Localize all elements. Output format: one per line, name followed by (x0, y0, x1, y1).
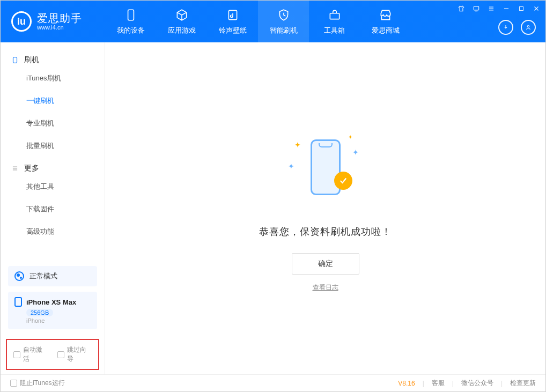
tab-label: 铃声壁纸 (219, 26, 247, 35)
checkbox-icon (10, 380, 17, 387)
check-update-link[interactable]: 检查更新 (510, 379, 536, 388)
menu-icon[interactable] (486, 4, 496, 13)
group-label: 刷机 (24, 55, 39, 65)
app-title: 爱思助手 (37, 12, 82, 24)
view-log-link[interactable]: 查看日志 (313, 283, 338, 292)
check-badge-icon (334, 172, 352, 190)
sparkle-icon: ✦ (348, 134, 352, 140)
sparkle-icon: ✦ (288, 162, 294, 171)
checkbox-icon (57, 351, 64, 358)
device-icon (123, 8, 138, 23)
user-button[interactable] (521, 20, 536, 35)
tab-store[interactable]: 爱思商城 (360, 1, 411, 42)
tab-toolbox[interactable]: 工具箱 (309, 1, 360, 42)
checkbox-label: 自动激活 (23, 345, 48, 364)
shirt-icon[interactable] (456, 4, 466, 13)
list-icon (11, 165, 19, 172)
sidebar-item-oneclick-flash[interactable]: 一键刷机 (1, 90, 105, 112)
tab-label: 我的设备 (117, 26, 145, 35)
tab-ringtones[interactable]: 铃声壁纸 (207, 1, 258, 42)
svg-rect-6 (13, 57, 17, 63)
minimize-button[interactable] (501, 4, 511, 13)
svg-rect-3 (474, 6, 478, 10)
sidebar-item-batch-flash[interactable]: 批量刷机 (1, 135, 105, 157)
music-icon (225, 8, 240, 23)
mode-label: 正常模式 (29, 271, 57, 281)
checkbox-block-itunes[interactable]: 阻止iTunes运行 (10, 379, 65, 388)
checkbox-auto-activate[interactable]: 自动激活 (13, 345, 48, 364)
sidebar-group-flash: 刷机 (1, 49, 105, 67)
success-illustration: ✦ ✦ ✦ ✦ (283, 124, 368, 210)
phone-icon (11, 55, 19, 65)
support-link[interactable]: 客服 (432, 379, 445, 388)
wechat-link[interactable]: 微信公众号 (461, 379, 493, 388)
close-button[interactable] (532, 4, 541, 13)
download-button[interactable] (498, 20, 513, 35)
device-storage-badge: 256GB (26, 309, 53, 316)
titlebar: iu 爱思助手 www.i4.cn 我的设备 应用游戏 铃声壁纸 智能刷机 工具… (1, 1, 545, 42)
version-label: V8.16 (398, 380, 415, 387)
shield-icon (276, 8, 291, 23)
device-type: iPhone (26, 317, 91, 324)
svg-rect-2 (330, 13, 339, 19)
device-icon (14, 297, 22, 307)
sidebar-item-pro-flash[interactable]: 专业刷机 (1, 112, 105, 135)
sidebar-item-download-firmware[interactable]: 下载固件 (1, 198, 105, 220)
header-actions (498, 20, 536, 35)
tab-label: 爱思商城 (372, 26, 400, 35)
device-panel[interactable]: iPhone XS Max 256GB iPhone (8, 292, 97, 329)
statusbar: 阻止iTunes运行 V8.16 | 客服 | 微信公众号 | 检查更新 (1, 374, 545, 391)
sidebar-item-itunes-flash[interactable]: iTunes刷机 (1, 67, 105, 90)
tab-my-device[interactable]: 我的设备 (105, 1, 156, 42)
mode-indicator[interactable]: 正常模式 (8, 266, 97, 286)
checkbox-label: 阻止iTunes运行 (20, 379, 65, 388)
tab-flash[interactable]: 智能刷机 (258, 1, 309, 42)
window-controls (456, 4, 541, 13)
sidebar: 刷机 iTunes刷机 一键刷机 专业刷机 批量刷机 更多 其他工具 下载固件 … (1, 42, 105, 374)
sparkle-icon: ✦ (294, 140, 301, 149)
svg-rect-4 (520, 7, 523, 11)
sidebar-item-other-tools[interactable]: 其他工具 (1, 175, 105, 198)
sparkle-icon: ✦ (352, 148, 359, 157)
cube-icon (174, 8, 189, 23)
feedback-icon[interactable] (471, 4, 481, 13)
svg-point-5 (527, 26, 529, 28)
nav-tabs: 我的设备 应用游戏 铃声壁纸 智能刷机 工具箱 爱思商城 (105, 1, 411, 42)
store-icon (378, 8, 393, 23)
options-highlight: 自动激活 跳过向导 (6, 339, 99, 370)
maximize-button[interactable] (517, 4, 526, 13)
phone-icon (311, 139, 341, 195)
logo[interactable]: iu 爱思助手 www.i4.cn (1, 11, 105, 32)
logo-text: 爱思助手 www.i4.cn (37, 12, 82, 31)
sidebar-item-advanced[interactable]: 高级功能 (1, 220, 105, 243)
ok-button[interactable]: 确定 (292, 253, 359, 275)
mode-icon (14, 271, 24, 281)
checkbox-skip-guide[interactable]: 跳过向导 (57, 345, 92, 364)
main-content: ✦ ✦ ✦ ✦ 恭喜您，保资料刷机成功啦！ 确定 查看日志 (105, 42, 545, 374)
device-name: iPhone XS Max (26, 298, 76, 306)
toolbox-icon (327, 8, 342, 23)
logo-icon: iu (11, 11, 32, 32)
tab-apps-games[interactable]: 应用游戏 (156, 1, 207, 42)
tab-label: 工具箱 (324, 26, 345, 35)
tab-label: 智能刷机 (270, 26, 298, 35)
group-label: 更多 (24, 164, 39, 173)
checkbox-icon (13, 351, 20, 358)
app-url: www.i4.cn (37, 24, 82, 31)
sidebar-group-more: 更多 (1, 157, 105, 175)
success-message: 恭喜您，保资料刷机成功啦！ (259, 225, 392, 238)
svg-rect-0 (128, 10, 134, 20)
checkbox-label: 跳过向导 (67, 345, 92, 364)
tab-label: 应用游戏 (168, 26, 196, 35)
